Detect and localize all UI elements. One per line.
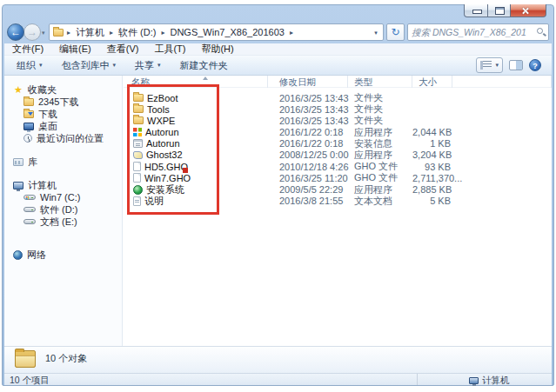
column-header-filler [452, 76, 552, 88]
column-header-size[interactable]: 大小 [412, 76, 452, 88]
search-input[interactable] [408, 24, 530, 40]
sidebar-label: 最近访问的位置 [37, 132, 104, 145]
explorer-window: ← → ▾ ▸ 计算机 ▸ 软件 (D:) ▸ DNGS_Win7_X86_20… [2, 4, 554, 386]
menu-help[interactable]: 帮助(H) [193, 43, 241, 56]
back-arrow-icon: ← [10, 26, 21, 38]
preview-pane-icon[interactable] [509, 60, 523, 70]
file-date: 2008/12/25 0:00 [268, 149, 348, 160]
system-drive-icon [23, 195, 36, 200]
sort-ascending-icon [203, 76, 208, 80]
refresh-icon: ↻ [391, 26, 399, 38]
sidebar-label: 桌面 [38, 120, 57, 133]
help-icon[interactable]: ? [529, 59, 541, 71]
menu-view[interactable]: 查看(V) [99, 43, 147, 56]
chevron-down-icon: ▾ [113, 62, 117, 69]
list-view-icon [480, 61, 492, 70]
file-date: 2016/3/25 11:20 [268, 173, 348, 183]
annotation-red-dot [183, 168, 188, 173]
toolbar-right-group: ▾ ? [476, 57, 552, 73]
menu-bar: 文件(F) 编辑(E) 查看(V) 工具(T) 帮助(H) [4, 43, 552, 56]
network-icon [13, 250, 23, 260]
favorites-star-icon: ★ [13, 85, 23, 94]
address-bar[interactable]: ▸ 计算机 ▸ 软件 (D:) ▸ DNGS_Win7_X86_201603 ▸… [49, 23, 384, 41]
menu-tools[interactable]: 工具(T) [146, 43, 193, 56]
share-button[interactable]: 共享 ▾ [128, 59, 168, 72]
refresh-button[interactable]: ↻ [386, 23, 405, 41]
file-size: 3,204 KB [412, 149, 452, 160]
close-button[interactable] [511, 4, 546, 17]
sidebar-label: 收藏夹 [28, 83, 57, 96]
breadcrumb-item-drive[interactable]: 软件 (D:) [117, 26, 157, 39]
column-header-date[interactable]: 修改日期 [268, 76, 348, 88]
forward-button[interactable]: → [23, 23, 41, 41]
sidebar-label: Win7 (C:) [40, 192, 80, 203]
sidebar-item-network[interactable]: 网络 [4, 249, 122, 261]
organize-button[interactable]: 组织 ▾ [10, 59, 50, 72]
window-controls [464, 4, 546, 17]
file-date: 2009/5/5 22:29 [268, 184, 348, 195]
back-button[interactable]: ← [7, 23, 24, 41]
breadcrumb-separator-icon: ▸ [109, 29, 114, 37]
sidebar-item-recent-places[interactable]: 最近访问的位置 [4, 132, 122, 144]
file-size: 93 KB [412, 162, 452, 172]
organize-label: 组织 [17, 59, 36, 72]
file-type: 文本文档 [348, 195, 412, 208]
object-count-text: 10 个对象 [45, 352, 87, 365]
sidebar-item-downloads[interactable]: 下载 [4, 108, 122, 120]
chevron-down-icon: ▾ [157, 62, 161, 69]
search-box [407, 23, 549, 41]
address-row: ← → ▾ ▸ 计算机 ▸ 软件 (D:) ▸ DNGS_Win7_X86_20… [3, 22, 553, 43]
file-date: 2010/12/18 4:26 [268, 162, 348, 172]
file-date: 2016/3/25 13:43 [268, 116, 348, 126]
location-indicator: 计算机 [469, 375, 510, 387]
status-bar: 10 个项目 计算机 [4, 373, 552, 385]
minimize-button[interactable] [464, 4, 488, 17]
desktop-icon [23, 123, 34, 130]
address-dropdown-icon[interactable]: ▾ [369, 24, 383, 40]
include-in-library-button[interactable]: 包含到库中 ▾ [55, 59, 124, 72]
recent-places-icon [23, 134, 32, 143]
sidebar-item-drive-d[interactable]: 软件 (D:) [4, 203, 122, 216]
sidebar-item-2345-downloads[interactable]: 2345下载 [4, 96, 122, 108]
sidebar-item-computer[interactable]: 计算机 [4, 179, 122, 191]
file-size: 2,711,370... [412, 173, 452, 183]
drive-icon [23, 219, 36, 224]
file-size: 5 KB [412, 196, 452, 206]
search-icon [537, 28, 543, 34]
drive-icon [23, 207, 36, 212]
sidebar-item-drive-e[interactable]: 文档 (E:) [4, 216, 122, 228]
location-label: 计算机 [482, 375, 510, 387]
sidebar-label: 软件 (D:) [40, 203, 77, 216]
chevron-down-icon: ▾ [39, 62, 43, 69]
share-label: 共享 [135, 59, 154, 72]
sidebar-item-desktop[interactable]: 桌面 [4, 120, 122, 132]
column-header-type[interactable]: 类型 [348, 76, 412, 88]
file-size: 1 KB [412, 138, 452, 149]
menu-edit[interactable]: 编辑(E) [51, 43, 99, 56]
command-toolbar: 组织 ▾ 包含到库中 ▾ 共享 ▾ 新建文件夹 ▾ ? [4, 56, 552, 76]
folder-icon [23, 98, 34, 106]
menu-file[interactable]: 文件(F) [4, 43, 51, 56]
include-label: 包含到库中 [62, 59, 110, 72]
breadcrumb-separator-icon: ▸ [160, 29, 165, 37]
navigation-pane: ★ 收藏夹 2345下载 下载 桌面 最近访问的位置 库 [4, 76, 123, 346]
maximize-button[interactable] [488, 4, 511, 17]
sidebar-label: 库 [28, 156, 37, 169]
file-date: 2016/1/22 0:18 [268, 138, 348, 149]
libraries-icon [13, 158, 23, 166]
sidebar-item-favorites[interactable]: ★ 收藏夹 [4, 83, 122, 96]
sidebar-item-drive-c[interactable]: Win7 (C:) [4, 191, 122, 203]
new-folder-button[interactable]: 新建文件夹 [173, 59, 235, 72]
change-view-button[interactable]: ▾ [476, 57, 503, 73]
history-chevron-icon[interactable]: ▾ [42, 30, 45, 37]
breadcrumb-item-computer[interactable]: 计算机 [74, 26, 106, 39]
breadcrumb-separator-icon: ▸ [66, 29, 71, 37]
forward-arrow-icon: → [27, 26, 37, 38]
breadcrumb-item-folder[interactable]: DNGS_Win7_X86_201603 [168, 27, 285, 37]
sidebar-label: 文档 (E:) [40, 216, 77, 229]
annotation-highlight-rectangle [127, 84, 219, 215]
sidebar-label: 计算机 [28, 179, 57, 192]
new-folder-label: 新建文件夹 [180, 59, 228, 72]
computer-icon [469, 377, 479, 384]
sidebar-item-libraries[interactable]: 库 [4, 156, 122, 168]
